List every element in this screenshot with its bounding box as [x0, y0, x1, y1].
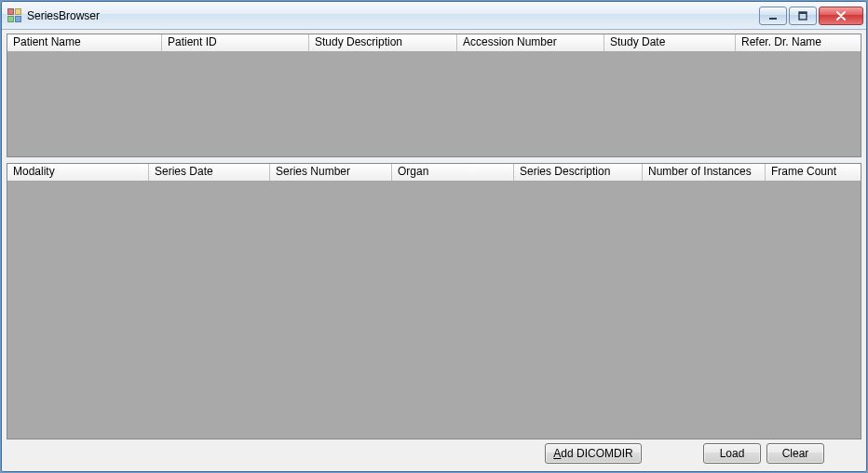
col-accession[interactable]: Accession Number	[457, 34, 604, 51]
window-title: SeriesBrowser	[27, 9, 100, 22]
svg-rect-2	[799, 12, 807, 14]
col-study-desc[interactable]: Study Description	[309, 34, 457, 51]
col-series-desc[interactable]: Series Description	[514, 164, 643, 181]
col-modality[interactable]: Modality	[7, 164, 149, 181]
studies-grid-header: Patient Name Patient ID Study Descriptio…	[7, 34, 861, 51]
col-organ[interactable]: Organ	[392, 164, 514, 181]
maximize-button[interactable]	[789, 7, 817, 25]
main-window: SeriesBrowser Patient Name Patient ID St…	[1, 1, 867, 472]
series-grid[interactable]: Modality Series Date Series Number Organ…	[7, 163, 861, 439]
col-num-instances[interactable]: Number of Instances	[643, 164, 766, 181]
minimize-button[interactable]	[759, 7, 787, 25]
col-refer-dr[interactable]: Refer. Dr. Name	[736, 34, 861, 51]
load-button[interactable]: Load	[703, 443, 761, 464]
studies-grid[interactable]: Patient Name Patient ID Study Descriptio…	[7, 34, 861, 157]
title-bar[interactable]: SeriesBrowser	[2, 2, 866, 30]
client-area: Patient Name Patient ID Study Descriptio…	[2, 30, 866, 471]
col-study-date[interactable]: Study Date	[604, 34, 736, 51]
col-series-number[interactable]: Series Number	[270, 164, 392, 181]
col-series-date[interactable]: Series Date	[149, 164, 270, 181]
button-bar: Add DICOMDIR Load Clear	[7, 439, 861, 466]
col-patient-name[interactable]: Patient Name	[7, 34, 162, 51]
col-frame-count[interactable]: Frame Count	[766, 164, 861, 181]
series-grid-header: Modality Series Date Series Number Organ…	[7, 164, 861, 181]
close-button[interactable]	[819, 7, 863, 25]
clear-button[interactable]: Clear	[766, 443, 824, 464]
col-patient-id[interactable]: Patient ID	[162, 34, 309, 51]
svg-rect-0	[769, 18, 777, 20]
app-icon	[7, 8, 22, 23]
window-controls	[759, 7, 864, 25]
add-dicomdir-button[interactable]: Add DICOMDIR	[545, 443, 642, 464]
